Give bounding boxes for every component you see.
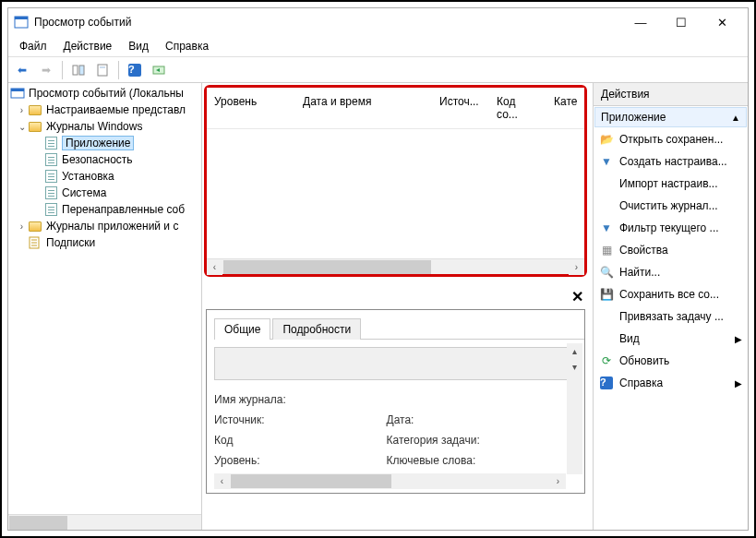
help-icon: ? (599, 376, 614, 390)
action-view[interactable]: Вид▶ (594, 328, 748, 350)
label-keywords: Ключевые слова: (387, 454, 516, 467)
folder-icon (28, 219, 42, 233)
action-refresh[interactable]: ⟳Обновить (594, 350, 748, 372)
tree-subscriptions[interactable]: Подписки (10, 234, 199, 251)
tree-forwarded[interactable]: Перенаправленные соб (10, 201, 199, 218)
toolbar-divider (118, 61, 119, 79)
svg-rect-4 (98, 65, 107, 76)
label-source: Источник: (214, 413, 325, 426)
maximize-button[interactable]: ☐ (661, 9, 702, 35)
action-filter-current[interactable]: ▼Фильтр текущего ... (594, 217, 748, 239)
action-help[interactable]: ?Справка▶ (594, 372, 748, 394)
center-pane: Уровень Дата и время Источ... Код со... … (202, 83, 593, 530)
list-header: Уровень Дата и время Источ... Код со... … (207, 88, 584, 129)
tree-security[interactable]: Безопасность (10, 151, 199, 168)
actions-pane: Действия Приложение ▲ 📂Открыть сохранен.… (593, 83, 748, 530)
action-attach-task[interactable]: Привязать задачу ... (594, 305, 748, 328)
blank-icon (599, 176, 614, 191)
tree-hscroll[interactable] (8, 514, 201, 530)
folder-icon (28, 102, 42, 117)
action-save-all[interactable]: 💾Сохранить все со... (594, 283, 748, 305)
blank-icon (599, 331, 614, 346)
chevron-right-icon: ▶ (735, 334, 742, 344)
funnel-icon: ▼ (599, 154, 614, 169)
detail-close-button[interactable]: ✕ (202, 286, 593, 309)
detail-hscroll[interactable]: ‹› (214, 473, 566, 489)
action-find[interactable]: 🔍Найти... (594, 261, 748, 283)
menubar: Файл Действие Вид Справка (8, 36, 748, 57)
folder-icon (28, 119, 42, 134)
col-source[interactable]: Источ... (432, 91, 489, 125)
close-button[interactable]: ✕ (702, 9, 742, 35)
action-import-custom[interactable]: Импорт настраив... (594, 173, 748, 195)
menu-help[interactable]: Справка (158, 38, 216, 54)
svg-rect-5 (100, 66, 105, 68)
event-viewer-window: Просмотр событий — ☐ ✕ Файл Действие Вид… (7, 7, 749, 531)
window-title: Просмотр событий (34, 16, 620, 29)
collapse-icon[interactable]: ⌄ (16, 122, 28, 132)
find-icon: 🔍 (599, 265, 614, 280)
detail-message (214, 347, 577, 380)
menu-action[interactable]: Действие (56, 38, 120, 54)
blank-icon (599, 309, 614, 324)
collapse-icon[interactable]: ▲ (731, 113, 740, 123)
help-button[interactable]: ? (125, 60, 145, 80)
scroll-right-icon[interactable]: › (569, 259, 584, 275)
event-list[interactable] (207, 129, 584, 258)
tree-app-logs[interactable]: ›Журналы приложений и с (10, 218, 199, 234)
app-icon (14, 15, 29, 30)
scroll-left-icon[interactable]: ‹ (207, 259, 222, 275)
log-icon (43, 169, 58, 184)
highlight-box: Уровень Дата и время Источ... Код со... … (204, 85, 587, 277)
label-code: Код (214, 434, 325, 447)
menu-view[interactable]: Вид (121, 38, 156, 54)
open-icon: 📂 (599, 132, 614, 147)
col-level[interactable]: Уровень (207, 91, 295, 125)
toolbar-extra[interactable] (149, 60, 169, 80)
svg-rect-8 (11, 89, 24, 91)
tree-system[interactable]: Система (10, 185, 199, 201)
actions-title: Действия (594, 83, 748, 106)
actions-section[interactable]: Приложение ▲ (594, 107, 747, 127)
menu-file[interactable]: Файл (12, 38, 54, 54)
list-hscroll[interactable]: ‹ › (207, 258, 584, 274)
tree-application[interactable]: Приложение (10, 135, 199, 151)
action-clear-log[interactable]: Очистить журнал... (594, 195, 748, 217)
funnel-icon: ▼ (599, 221, 614, 235)
chevron-right-icon: ▶ (735, 378, 742, 389)
tree-windows-logs[interactable]: ⌄Журналы Windows (10, 118, 199, 135)
col-code[interactable]: Код со... (489, 91, 546, 125)
minimize-button[interactable]: — (620, 9, 661, 35)
log-icon (43, 136, 58, 150)
props-button[interactable] (92, 60, 113, 80)
tree-root[interactable]: Просмотр событий (Локальны (10, 85, 199, 102)
refresh-icon: ⟳ (599, 353, 614, 368)
tree-setup[interactable]: Установка (10, 168, 199, 185)
svg-rect-1 (15, 17, 28, 19)
tab-general[interactable]: Общие (214, 318, 270, 340)
expand-icon[interactable]: › (16, 105, 28, 115)
tree-custom-views[interactable]: ›Настраиваемые представл (10, 102, 199, 118)
label-logname: Имя журнала: (214, 393, 325, 406)
titlebar: Просмотр событий — ☐ ✕ (8, 8, 748, 36)
save-icon: 💾 (599, 287, 614, 302)
col-datetime[interactable]: Дата и время (295, 91, 432, 125)
blank-icon (599, 198, 614, 213)
properties-icon: ▦ (599, 243, 614, 257)
eventviewer-icon (10, 86, 25, 101)
detail-vscroll[interactable]: ▴▾ (567, 343, 582, 474)
expand-icon[interactable]: › (16, 221, 28, 232)
svg-rect-2 (73, 66, 78, 75)
log-icon (43, 185, 58, 200)
action-properties[interactable]: ▦Свойства (594, 239, 748, 261)
scope-button[interactable] (68, 60, 89, 80)
tree-pane: Просмотр событий (Локальны ›Настраиваемы… (8, 83, 202, 530)
forward-button[interactable]: ➡ (36, 60, 56, 80)
log-icon (43, 152, 58, 167)
back-button[interactable]: ⬅ (12, 60, 32, 80)
action-open-saved[interactable]: 📂Открыть сохранен... (594, 128, 748, 150)
tab-details[interactable]: Подробности (272, 318, 361, 340)
svg-rect-3 (79, 66, 84, 75)
action-create-custom[interactable]: ▼Создать настраива... (594, 150, 748, 173)
col-category[interactable]: Кате (546, 91, 583, 125)
